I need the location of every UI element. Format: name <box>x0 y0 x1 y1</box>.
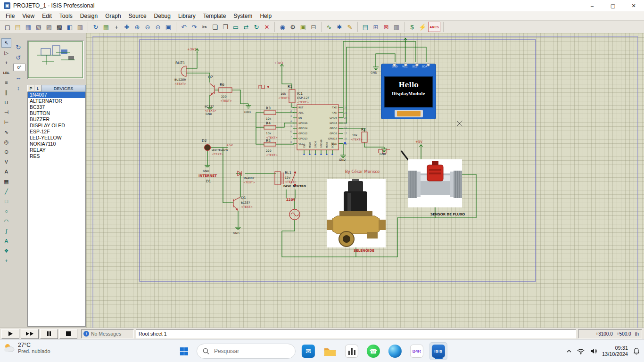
import-section[interactable]: ▧ <box>34 22 43 32</box>
start-button[interactable] <box>175 342 193 360</box>
property-assignment[interactable]: ✎ <box>345 22 355 32</box>
menu-system[interactable]: System <box>230 11 256 21</box>
minimize-button[interactable]: – <box>582 0 603 11</box>
block-copy[interactable]: ▭ <box>231 22 240 32</box>
taskbar-clock[interactable]: 09:31 13/10/2024 <box>602 345 628 357</box>
device-item[interactable]: ESP-12F <box>28 129 85 135</box>
hidden-icons-chevron[interactable] <box>566 349 572 353</box>
simulation-stop-button[interactable] <box>59 329 77 339</box>
wire[interactable] <box>186 52 197 68</box>
2d-circle-mode[interactable]: ○ <box>1 206 11 216</box>
zoom-area[interactable]: ▣ <box>164 22 173 32</box>
taskbar-app-whatsapp[interactable]: ☎ <box>364 342 382 360</box>
taskbar-search[interactable] <box>197 344 296 359</box>
solenoid-valve-image[interactable] <box>327 179 386 247</box>
flow-sensor-image[interactable] <box>408 159 462 207</box>
notifications-icon[interactable] <box>633 347 640 355</box>
2d-text-mode[interactable]: A <box>1 236 11 246</box>
zoom-in[interactable]: ⊕ <box>132 22 142 32</box>
cut[interactable]: ✂ <box>200 22 209 32</box>
export-graphics[interactable]: ▥ <box>75 22 85 32</box>
electrical-rule-check[interactable]: ⚡ <box>418 22 427 32</box>
decompose[interactable]: ⊟ <box>309 22 318 32</box>
resistor-r4[interactable] <box>264 125 276 129</box>
taskbar-app-edge[interactable] <box>386 342 404 360</box>
rotate-anticlockwise-icon[interactable]: ↺ <box>13 53 24 62</box>
2d-line-mode[interactable]: ╱ <box>1 187 11 196</box>
design-explorer[interactable]: ▤ <box>361 22 370 32</box>
wire[interactable] <box>364 142 384 147</box>
resistor-r3[interactable] <box>264 111 276 115</box>
pick-devices-button[interactable]: P <box>27 85 34 92</box>
rotate-clockwise-icon[interactable]: ↻ <box>13 42 24 52</box>
led-d2[interactable] <box>205 145 211 151</box>
make-device[interactable]: ⚙ <box>288 22 297 32</box>
menu-edit[interactable]: Edit <box>38 11 56 21</box>
subcircuit-mode[interactable]: ⊔ <box>1 98 11 107</box>
wire[interactable] <box>339 144 343 153</box>
device-item[interactable]: BUTTON <box>28 110 85 116</box>
mirror-horizontal-icon[interactable]: ↔ <box>13 73 24 82</box>
transistor-q1[interactable] <box>233 197 240 211</box>
menu-view[interactable]: View <box>18 11 38 21</box>
virtual-instruments-mode[interactable]: ▦ <box>1 177 11 186</box>
mirror-vertical-icon[interactable]: ↕ <box>13 83 24 92</box>
simulation-play-button[interactable] <box>1 329 19 339</box>
terminals-mode[interactable]: ⊣ <box>1 107 11 117</box>
maximize-button[interactable]: ▢ <box>603 0 623 11</box>
menu-debug[interactable]: Debug <box>150 11 174 21</box>
schematic-canvas[interactable]: RST1ADC2EN3GPIO164GPIO145GPIO126GPIO137V… <box>86 33 644 328</box>
tape-recorder-mode[interactable]: ◎ <box>1 137 11 147</box>
taskbar-app-outlook[interactable]: ✉ <box>299 342 317 360</box>
taskbar-app-audio-mixer[interactable] <box>343 342 361 360</box>
print-design[interactable]: ▩ <box>55 22 64 32</box>
device-item[interactable]: DISPLAY OLED <box>28 123 85 129</box>
device-item[interactable]: BUZZER <box>28 116 85 123</box>
wire-autorouter[interactable]: ∿ <box>324 22 334 32</box>
resistor-r5[interactable] <box>264 142 276 146</box>
remove-sheet[interactable]: ⊠ <box>381 22 391 32</box>
block-delete[interactable]: ✕ <box>262 22 272 32</box>
wire[interactable] <box>232 90 248 104</box>
message-panel[interactable]: i No Messages <box>81 329 134 338</box>
weather-widget[interactable]: 27°C Pred. nublado <box>3 342 50 354</box>
device-pins-mode[interactable]: ⊢ <box>1 117 11 127</box>
netlist-to-ares[interactable]: ARES <box>428 22 440 32</box>
wire[interactable] <box>223 148 233 203</box>
wire[interactable] <box>292 103 294 107</box>
simulation-step-button[interactable] <box>21 329 39 339</box>
block-rotate[interactable]: ↻ <box>252 22 261 32</box>
menu-tools[interactable]: Tools <box>56 11 76 21</box>
2d-box-mode[interactable]: □ <box>1 197 11 206</box>
resistor-r6[interactable] <box>219 88 232 92</box>
redraw-display[interactable]: ↻ <box>91 22 100 32</box>
wifi-icon[interactable] <box>577 348 585 354</box>
save-design[interactable]: ▦ <box>24 22 33 32</box>
packaging-tool[interactable]: ▣ <box>298 22 308 32</box>
zoom-all[interactable]: ⊙ <box>153 22 163 32</box>
wire[interactable] <box>339 128 364 132</box>
device-item[interactable]: BC337 <box>28 104 85 110</box>
graph-mode[interactable]: ∿ <box>1 127 11 137</box>
device-item[interactable]: 1N4007 <box>28 92 85 98</box>
pick-device[interactable]: ◉ <box>278 22 287 32</box>
export-section[interactable]: ▨ <box>44 22 54 32</box>
menu-help[interactable]: Help <box>256 11 275 21</box>
component-mode[interactable]: ▷ <box>1 48 11 58</box>
oled-display-image[interactable]: GNDVCCSCLSDA Hello DisplayModule <box>381 64 436 119</box>
device-item[interactable]: RES <box>28 153 85 159</box>
current-probe-mode[interactable]: A <box>1 167 11 176</box>
taskbar-app-file-explorer[interactable] <box>321 342 339 360</box>
device-list[interactable]: 1N4007ALTERNATORBC337BUTTONBUZZERDISPLAY… <box>27 92 86 327</box>
new-design[interactable]: ▢ <box>3 22 12 32</box>
open-design[interactable]: ▤ <box>13 22 23 32</box>
overview-minimap[interactable] <box>27 41 84 79</box>
new-sheet[interactable]: ⊞ <box>371 22 380 32</box>
menu-source[interactable]: Source <box>125 11 150 21</box>
menu-design[interactable]: Design <box>76 11 101 21</box>
copy[interactable]: ❏ <box>210 22 220 32</box>
transistor-q2[interactable] <box>210 83 215 96</box>
wire-label-mode[interactable]: LBL <box>1 68 11 77</box>
paste[interactable]: ❐ <box>221 22 230 32</box>
device-item[interactable]: NOKIA7110 <box>28 141 85 147</box>
